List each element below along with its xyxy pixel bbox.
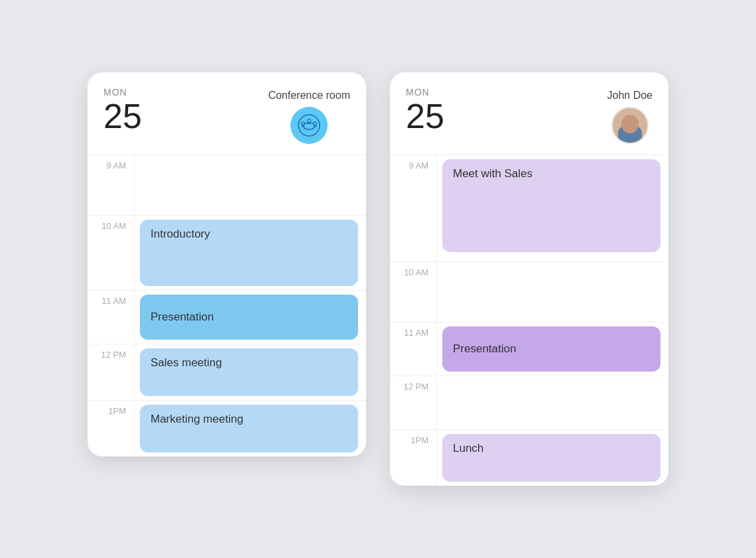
calendar2-day-label: MON <box>406 87 444 98</box>
cal2-time-12pm: 12 PM <box>390 376 436 429</box>
calendar1-resource: Conference room <box>268 87 350 144</box>
cal2-events-11am: Presentation <box>436 322 668 376</box>
cal2-row-9am: 9 AM Meet with Sales <box>390 155 668 261</box>
cal2-events-12pm <box>436 376 668 429</box>
cal1-time-12pm: 12 PM <box>88 344 134 400</box>
cal2-events-1pm: Lunch <box>436 430 668 486</box>
introductory-event[interactable]: Introductory <box>140 220 358 286</box>
john-doe-calendar: MON 25 John Doe 9 AM Meet with Sales <box>390 72 668 486</box>
sales-meeting-event[interactable]: Sales meeting <box>140 348 358 396</box>
cal2-row-12pm: 12 PM <box>390 376 668 429</box>
calendar2-day-number: 25 <box>406 99 444 133</box>
cal1-row-11am: 11 AM Presentation <box>88 291 366 344</box>
calendar2-resource-label: John Doe <box>607 90 653 102</box>
calendar1-day-number: 25 <box>103 99 142 133</box>
cal1-events-12pm: Sales meeting <box>134 344 366 400</box>
svg-point-0 <box>298 115 320 136</box>
cal2-time-11am: 11 AM <box>390 322 436 376</box>
calendar1-resource-label: Conference room <box>268 90 350 102</box>
cal2-events-10am <box>436 262 668 322</box>
calendar2-resource: John Doe <box>607 87 653 144</box>
cal2-time-10am: 10 AM <box>390 262 436 322</box>
cal2-row-1pm: 1PM Lunch <box>390 430 668 486</box>
calendar1-body: 9 AM 10 AM Introductory 11 AM Prese <box>88 155 366 456</box>
calendar1-day-label: MON <box>103 87 142 98</box>
calendar1-date: MON 25 <box>103 87 142 133</box>
cal1-row-9am: 9 AM <box>88 155 366 215</box>
cal2-events-9am: Meet with Sales <box>436 155 668 261</box>
cal1-row-12pm: 12 PM Sales meeting <box>88 344 366 400</box>
calendar2-header: MON 25 John Doe <box>390 72 668 155</box>
marketing-meeting-event[interactable]: Marketing meeting <box>140 405 358 453</box>
cal1-events-10am: Introductory <box>134 216 366 290</box>
svg-point-4 <box>308 119 311 123</box>
cal2-time-1pm: 1PM <box>390 430 436 486</box>
conference-room-calendar: MON 25 Conference room <box>88 72 366 456</box>
calendar2-date: MON 25 <box>406 87 444 133</box>
meet-sales-event[interactable]: Meet with Sales <box>442 159 661 252</box>
cal2-row-10am: 10 AM <box>390 262 668 322</box>
conference-room-icon <box>290 107 328 144</box>
cal1-time-11am: 11 AM <box>88 291 134 344</box>
cal2-time-9am: 9 AM <box>390 155 436 261</box>
cal1-time-10am: 10 AM <box>88 216 134 290</box>
cal1-time-9am: 9 AM <box>88 155 134 215</box>
calendars-container: MON 25 Conference room <box>88 72 668 486</box>
cal1-row-1pm: 1PM Marketing meeting <box>88 401 366 456</box>
calendar2-body: 9 AM Meet with Sales 10 AM 11 AM Pr <box>390 155 668 486</box>
cal1-events-9am <box>134 155 366 215</box>
cal1-events-1pm: Marketing meeting <box>134 401 366 456</box>
lunch-event[interactable]: Lunch <box>442 434 661 482</box>
cal1-presentation-event[interactable]: Presentation <box>140 295 358 340</box>
cal1-row-10am: 10 AM Introductory <box>88 216 366 290</box>
cal2-row-11am: 11 AM Presentation <box>390 322 668 376</box>
calendar1-header: MON 25 Conference room <box>88 72 366 155</box>
cal1-events-11am: Presentation <box>134 291 366 344</box>
john-doe-avatar <box>611 107 649 144</box>
cal2-presentation-event[interactable]: Presentation <box>442 326 661 372</box>
cal1-time-1pm: 1PM <box>88 401 134 456</box>
